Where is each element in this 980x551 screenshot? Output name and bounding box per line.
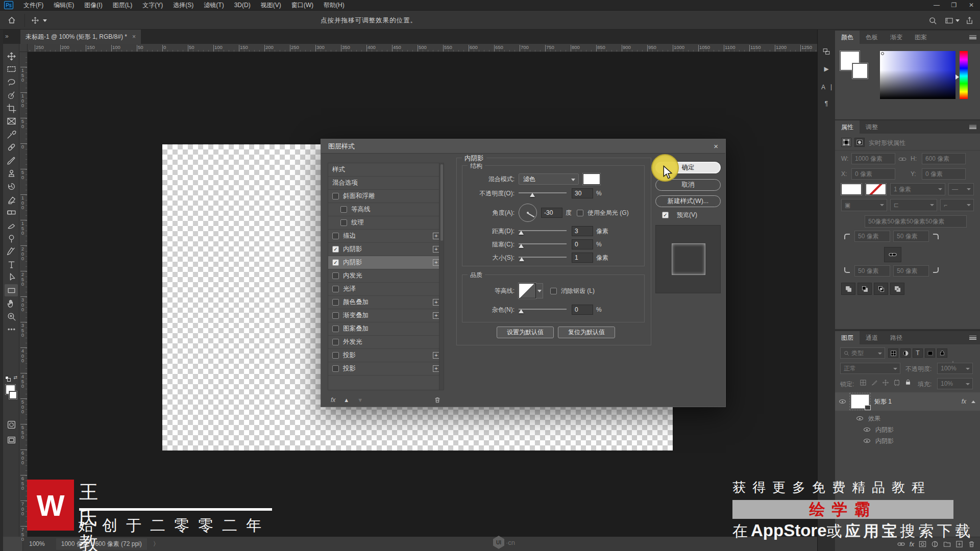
smudge-tool-icon[interactable]	[5, 219, 18, 232]
effect-checkbox[interactable]	[332, 365, 339, 372]
style-list-scrollbar[interactable]	[439, 163, 444, 390]
distance-input[interactable]: 3	[572, 226, 593, 236]
style-list-item[interactable]: 斜面和浮雕	[328, 190, 444, 203]
effect-checkbox[interactable]	[332, 352, 339, 359]
menu-item[interactable]: 视图(V)	[256, 0, 286, 10]
move-effect-down-icon[interactable]: ▼	[357, 397, 363, 403]
panel-menu-icon[interactable]	[969, 336, 976, 340]
opacity-dropdown[interactable]: 100%	[937, 363, 973, 374]
corner-radii-combined-field[interactable]: 50像素50像素50像素50像素	[865, 215, 967, 228]
panel-tab[interactable]: 色板	[860, 31, 884, 44]
stroke-corner-dropdown[interactable]: ⌐	[940, 199, 974, 211]
hand-tool-icon[interactable]	[5, 297, 18, 310]
brush-tool-icon[interactable]	[5, 154, 18, 166]
layer-visibility-eye-icon[interactable]	[839, 399, 846, 404]
set-default-button[interactable]: 设置为默认值	[497, 327, 554, 338]
effect-checkbox[interactable]: ✓	[332, 246, 339, 253]
lock-image-icon[interactable]	[871, 379, 878, 388]
menu-item[interactable]: 图像(I)	[79, 0, 107, 10]
height-field[interactable]: 600 像素	[922, 153, 966, 164]
delete-layer-icon[interactable]	[968, 540, 975, 548]
spot-healing-brush-tool-icon[interactable]	[5, 141, 18, 154]
fill-color-swatch[interactable]	[841, 184, 862, 195]
character-panel-icon[interactable]: A⎹	[821, 82, 832, 93]
fx-menu-icon[interactable]: fx	[331, 396, 335, 404]
lock-all-icon[interactable]	[904, 379, 912, 388]
link-dimensions-icon[interactable]	[898, 154, 906, 163]
width-field[interactable]: 1000 像素	[851, 153, 895, 164]
effect-checkbox[interactable]	[332, 193, 339, 199]
menu-item[interactable]: 滤镜(T)	[199, 0, 229, 10]
antialias-checkbox[interactable]	[550, 288, 557, 294]
preview-checkbox[interactable]: ✓	[662, 212, 669, 218]
style-list-item[interactable]: 描边+	[328, 230, 444, 243]
background-color-swatch[interactable]	[9, 391, 17, 399]
eraser-tool-icon[interactable]	[5, 193, 18, 206]
pathfinder-intersect-icon[interactable]	[874, 283, 888, 295]
default-colors-icon[interactable]: ⇄	[5, 375, 17, 382]
share-icon[interactable]	[964, 15, 975, 26]
filter-type-layers-icon[interactable]: T	[913, 348, 923, 358]
restore-icon[interactable]: ❐	[945, 0, 963, 10]
y-field[interactable]: 0 像素	[922, 168, 966, 180]
background-color-swatch[interactable]	[852, 63, 868, 79]
eyedropper-tool-icon[interactable]	[5, 128, 18, 140]
style-list-item[interactable]: ✓内阴影+	[328, 243, 444, 256]
pathfinder-subtract-icon[interactable]	[857, 283, 872, 295]
opacity-input[interactable]: 30	[572, 188, 593, 198]
new-style-button[interactable]: 新建样式(W)...	[655, 195, 721, 207]
style-list-item[interactable]: 等高线	[328, 203, 444, 216]
blend-mode-dropdown[interactable]: 滤色	[519, 173, 579, 185]
contour-picker[interactable]	[519, 283, 536, 298]
effect-checkbox[interactable]	[340, 219, 347, 226]
corner-bottomright-field[interactable]: 50 像素	[893, 265, 929, 277]
horizontal-ruler[interactable]: 2502001501005005010015020025030035040045…	[28, 44, 817, 52]
move-effect-up-icon[interactable]: ▲	[344, 397, 349, 403]
mask-properties-icon[interactable]	[854, 138, 865, 147]
effect-checkbox[interactable]	[332, 233, 339, 239]
lock-artboard-icon[interactable]	[893, 379, 900, 388]
menu-item[interactable]: 文字(Y)	[137, 0, 168, 10]
rectangular-marquee-tool-icon[interactable]	[5, 63, 18, 76]
filter-pixel-layers-icon[interactable]	[888, 348, 898, 358]
size-input[interactable]: 1	[572, 253, 593, 263]
collapsed-panels-icon[interactable]	[821, 46, 832, 57]
crop-tool-icon[interactable]	[5, 102, 18, 114]
global-light-checkbox[interactable]	[577, 210, 583, 216]
style-list-item[interactable]: 投影+	[328, 362, 444, 375]
panel-tab[interactable]: 通道	[860, 331, 884, 344]
style-list-item[interactable]: 渐变叠加+	[328, 309, 444, 322]
live-shape-icon[interactable]	[841, 138, 851, 147]
rectangle-tool-icon[interactable]	[5, 284, 18, 296]
opacity-slider[interactable]	[519, 190, 567, 197]
filter-shape-layers-icon[interactable]	[925, 348, 935, 358]
close-icon[interactable]: ✕	[963, 0, 980, 10]
move-tool-preset-icon[interactable]	[30, 15, 41, 26]
filter-smart-objects-icon[interactable]	[937, 348, 947, 358]
panel-tab[interactable]: 属性	[835, 120, 860, 134]
screen-mode-icon[interactable]	[5, 434, 18, 446]
style-list-item[interactable]: 光泽	[328, 283, 444, 296]
type-tool-icon[interactable]	[5, 258, 18, 270]
angle-dial[interactable]	[519, 204, 537, 222]
fill-dropdown[interactable]: 10%	[937, 378, 973, 389]
ruler-origin-corner[interactable]	[19, 44, 28, 52]
menu-item[interactable]: 3D(D)	[229, 0, 256, 10]
filter-adjustment-layers-icon[interactable]	[900, 348, 911, 358]
effect-checkbox[interactable]	[340, 206, 347, 213]
choke-slider[interactable]	[519, 241, 567, 248]
pen-tool-icon[interactable]	[5, 245, 18, 258]
dialog-close-icon[interactable]: ×	[714, 142, 718, 151]
style-list-item[interactable]: 外发光	[328, 336, 444, 349]
history-brush-tool-icon[interactable]	[5, 180, 18, 192]
corner-topleft-field[interactable]: 50 像素	[854, 231, 890, 242]
panel-tab[interactable]: 渐变	[884, 31, 909, 44]
color-field[interactable]	[880, 51, 955, 99]
menu-item[interactable]: 文件(F)	[18, 0, 48, 10]
stroke-align-dropdown[interactable]: ▣	[841, 199, 887, 211]
minimize-icon[interactable]: —	[928, 0, 945, 10]
dodge-tool-icon[interactable]	[5, 232, 18, 244]
style-list-item[interactable]: 样式	[328, 163, 444, 177]
move-tool-icon[interactable]	[5, 50, 18, 62]
menu-item[interactable]: 选择(S)	[168, 0, 199, 10]
